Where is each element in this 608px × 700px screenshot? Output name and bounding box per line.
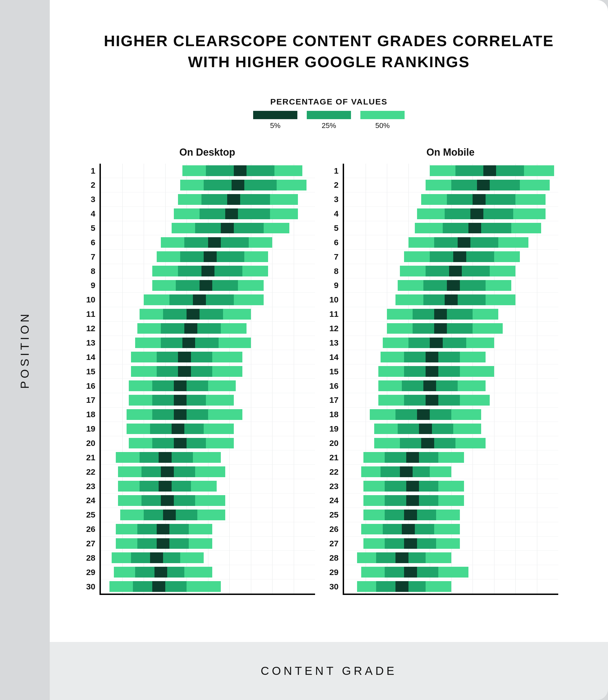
- chart-row: 1: [101, 164, 315, 178]
- chart-row: 2: [101, 178, 315, 192]
- chart-row: 7: [344, 250, 558, 264]
- y-tick: 23: [329, 481, 344, 491]
- band-dark: [225, 208, 238, 219]
- band-dark: [445, 295, 458, 305]
- plot-desktop: 1234567891011121314151617181920212223242…: [99, 164, 315, 595]
- chart-row: 8: [101, 264, 315, 278]
- band-dark: [227, 194, 240, 205]
- y-tick: 27: [329, 539, 344, 548]
- chart-row: 10: [344, 293, 558, 307]
- y-tick: 30: [329, 582, 344, 591]
- percentile-bar: [363, 452, 464, 463]
- band-dark: [406, 495, 419, 506]
- percentile-bar: [172, 223, 289, 233]
- percentile-bar: [370, 409, 481, 420]
- chart-row: 25: [344, 508, 558, 522]
- y-tick: 9: [91, 281, 101, 290]
- y-tick: 15: [86, 367, 101, 376]
- y-tick: 25: [86, 510, 101, 519]
- band-dark: [163, 510, 176, 520]
- chart-row: 18: [101, 408, 315, 422]
- band-dark: [477, 180, 490, 190]
- percentile-bar: [417, 208, 546, 219]
- y-tick: 9: [334, 281, 344, 290]
- legend-label-50: 50%: [375, 121, 390, 130]
- chart-row: 29: [101, 565, 315, 580]
- band-dark: [430, 338, 443, 348]
- y-tick: 4: [334, 209, 344, 219]
- band-dark: [417, 409, 430, 420]
- y-tick: 12: [329, 324, 344, 333]
- chart-row: 20: [101, 436, 315, 451]
- percentile-bar: [374, 438, 486, 449]
- legend-swatch-light: [360, 111, 404, 119]
- percentile-bar: [116, 524, 212, 535]
- y-tick: 19: [86, 424, 101, 434]
- percentile-bar: [404, 251, 520, 262]
- band-dark: [425, 366, 439, 377]
- y-axis-label: POSITION: [18, 311, 32, 389]
- legend-swatch-dark: [253, 111, 297, 119]
- chart-row: 27: [344, 536, 558, 551]
- chart-row: 4: [344, 207, 558, 221]
- percentile-bar: [415, 223, 541, 233]
- percentile-bar: [363, 495, 464, 506]
- chart-row: 18: [344, 408, 558, 422]
- band-dark: [172, 423, 185, 434]
- band-dark: [458, 237, 471, 248]
- y-tick: 26: [86, 525, 101, 534]
- percentile-bar: [131, 366, 242, 377]
- percentile-bar: [110, 581, 221, 592]
- chart-row: 12: [344, 322, 558, 336]
- percentile-bar: [383, 338, 494, 348]
- chart-row: 11: [101, 307, 315, 322]
- charts-row: On Desktop 12345678910111213141516171819…: [83, 147, 575, 595]
- chart-row: 29: [344, 565, 558, 580]
- chart-row: 9: [344, 278, 558, 293]
- band-dark: [187, 309, 200, 320]
- chart-row: 17: [344, 393, 558, 408]
- percentile-bar: [396, 295, 515, 305]
- y-tick: 10: [329, 295, 344, 304]
- y-tick: 14: [86, 353, 101, 362]
- band-dark: [421, 438, 434, 449]
- y-tick: 5: [334, 223, 344, 233]
- y-tick: 3: [334, 195, 344, 204]
- band-dark: [202, 266, 214, 277]
- chart-row: 30: [344, 580, 558, 593]
- chart-row: 5: [344, 221, 558, 235]
- y-tick: 1: [91, 166, 101, 175]
- band-dark: [154, 567, 168, 578]
- y-tick: 18: [86, 410, 101, 419]
- y-tick: 16: [86, 381, 101, 391]
- y-tick: 2: [334, 180, 344, 190]
- legend: PERCENTAGE OF VALUES 5% 25% 50%: [253, 97, 404, 130]
- chart-title: HIGHER CLEARSCOPE CONTENT GRADES CORRELA…: [104, 31, 554, 72]
- y-tick: 22: [86, 467, 101, 477]
- chart-row: 26: [344, 522, 558, 536]
- band-dark: [453, 251, 466, 262]
- chart-row: 27: [101, 536, 315, 551]
- y-tick: 20: [329, 438, 344, 448]
- plot-mobile: 1234567891011121314151617181920212223242…: [343, 164, 558, 595]
- percentile-bar: [183, 165, 302, 176]
- panel-mobile: On Mobile 123456789101112131415161718192…: [343, 147, 558, 595]
- band-dark: [404, 567, 417, 578]
- band-dark: [178, 352, 191, 362]
- percentile-bar: [361, 524, 460, 535]
- percentile-bar: [152, 266, 268, 277]
- chart-row: 19: [101, 422, 315, 436]
- y-tick: 18: [329, 410, 344, 419]
- band-dark: [174, 380, 187, 391]
- y-tick: 22: [329, 467, 344, 477]
- chart-row: 16: [344, 379, 558, 393]
- y-tick: 5: [91, 223, 101, 233]
- y-tick: 6: [91, 238, 101, 247]
- band-dark: [404, 538, 417, 549]
- chart-row: 4: [101, 207, 315, 221]
- y-tick: 19: [329, 424, 344, 434]
- legend-row: 5% 25% 50%: [253, 111, 404, 130]
- band-dark: [419, 423, 432, 434]
- chart-row: 23: [101, 479, 315, 493]
- percentile-bar: [116, 538, 212, 549]
